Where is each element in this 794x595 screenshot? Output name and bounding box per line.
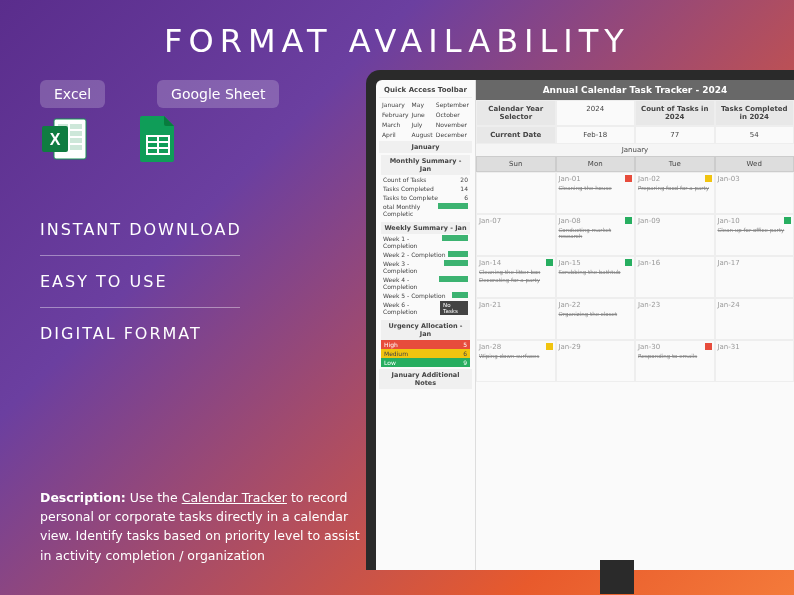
- calendar-cell[interactable]: Jan-15Scrubbing the bathtub: [556, 256, 636, 298]
- calendar-grid[interactable]: JanuarySunMonTueWedJan-01Cleaning the ho…: [476, 144, 794, 382]
- calendar-cell[interactable]: Jan-07: [476, 214, 556, 256]
- current-date-label: Current Date: [476, 126, 556, 144]
- monthly-summary: Monthly Summary - Jan Count of Tasks20Ta…: [379, 153, 472, 220]
- year-value[interactable]: 2024: [556, 100, 636, 126]
- spreadsheet-main: Annual Calendar Task Tracker - 2024 Cale…: [476, 80, 794, 570]
- notes-header: January Additional Notes: [379, 369, 472, 389]
- tracker-title: Annual Calendar Task Tracker - 2024: [476, 80, 794, 100]
- description: Description: Use the Calendar Tracker to…: [40, 488, 370, 566]
- weekly-summary: Weekly Summary - Jan Week 1 - Completion…: [379, 220, 472, 318]
- calendar-cell[interactable]: Jan-10Clean up for office party: [715, 214, 795, 256]
- month-link[interactable]: August: [411, 130, 434, 139]
- calendar-cell[interactable]: Jan-17: [715, 256, 795, 298]
- monitor-stand: [600, 560, 634, 594]
- month-link[interactable]: December: [435, 130, 470, 139]
- current-date-value: Feb-18: [556, 126, 636, 144]
- month-link[interactable]: May: [411, 100, 434, 109]
- count-value: 77: [635, 126, 715, 144]
- calendar-cell[interactable]: [476, 172, 556, 214]
- calendar-cell[interactable]: Jan-21: [476, 298, 556, 340]
- svg-text:X: X: [50, 131, 61, 148]
- feature-instant: INSTANT DOWNLOAD: [40, 204, 320, 255]
- google-sheets-icon: [138, 114, 178, 164]
- month-link[interactable]: July: [411, 120, 434, 129]
- urgency-allocation: Urgency Allocation - Jan High5 Medium6 L…: [379, 318, 472, 369]
- svg-rect-7: [70, 138, 82, 143]
- month-header: January: [379, 141, 472, 153]
- calendar-cell[interactable]: Jan-28Wiping down surfaces: [476, 340, 556, 382]
- month-link[interactable]: September: [435, 100, 470, 109]
- months-grid[interactable]: JanuaryMaySeptemberFebruaryJuneOctoberMa…: [379, 98, 472, 141]
- calendar-cell[interactable]: Jan-23: [635, 298, 715, 340]
- calendar-cell[interactable]: Jan-08Conducting market research: [556, 214, 636, 256]
- month-link[interactable]: April: [381, 130, 410, 139]
- calendar-cell[interactable]: Jan-22Organizing the closet: [556, 298, 636, 340]
- month-link[interactable]: March: [381, 120, 410, 129]
- left-column: Excel Google Sheet X INSTANT DOWNLOAD EA…: [40, 80, 320, 359]
- monitor-frame: Quick Access Toolbar JanuaryMaySeptember…: [366, 70, 794, 570]
- calendar-cell[interactable]: Jan-02Preparing food for a party: [635, 172, 715, 214]
- calendar-cell[interactable]: Jan-24: [715, 298, 795, 340]
- month-link[interactable]: January: [381, 100, 410, 109]
- completed-label: Tasks Completed in 2024: [715, 100, 795, 126]
- google-sheet-badge: Google Sheet: [157, 80, 279, 108]
- calendar-cell[interactable]: Jan-16: [635, 256, 715, 298]
- calendar-cell[interactable]: Jan-29: [556, 340, 636, 382]
- screen: Quick Access Toolbar JanuaryMaySeptember…: [376, 80, 794, 570]
- svg-rect-3: [70, 124, 82, 129]
- calendar-cell[interactable]: Jan-30Responding to emails: [635, 340, 715, 382]
- calendar-cell[interactable]: Jan-31: [715, 340, 795, 382]
- feature-easy: EASY TO USE: [40, 256, 320, 307]
- quick-access-header: Quick Access Toolbar: [379, 83, 472, 98]
- calendar-cell[interactable]: Jan-03: [715, 172, 795, 214]
- month-link[interactable]: November: [435, 120, 470, 129]
- excel-icon: X: [40, 114, 90, 164]
- svg-rect-9: [70, 145, 82, 150]
- svg-rect-5: [70, 131, 82, 136]
- count-label: Count of Tasks in 2024: [635, 100, 715, 126]
- year-selector-label: Calendar Year Selector: [476, 100, 556, 126]
- feature-digital: DIGITAL FORMAT: [40, 308, 320, 359]
- page-title: FORMAT AVAILABILITY: [0, 0, 794, 78]
- month-link[interactable]: October: [435, 110, 470, 119]
- month-link[interactable]: June: [411, 110, 434, 119]
- calendar-cell[interactable]: Jan-09: [635, 214, 715, 256]
- calendar-cell[interactable]: Jan-01Cleaning the house: [556, 172, 636, 214]
- completed-value: 54: [715, 126, 795, 144]
- excel-badge: Excel: [40, 80, 105, 108]
- spreadsheet-sidebar: Quick Access Toolbar JanuaryMaySeptember…: [376, 80, 476, 570]
- calendar-cell[interactable]: Jan-14Cleaning the litter boxDecorating …: [476, 256, 556, 298]
- month-link[interactable]: February: [381, 110, 410, 119]
